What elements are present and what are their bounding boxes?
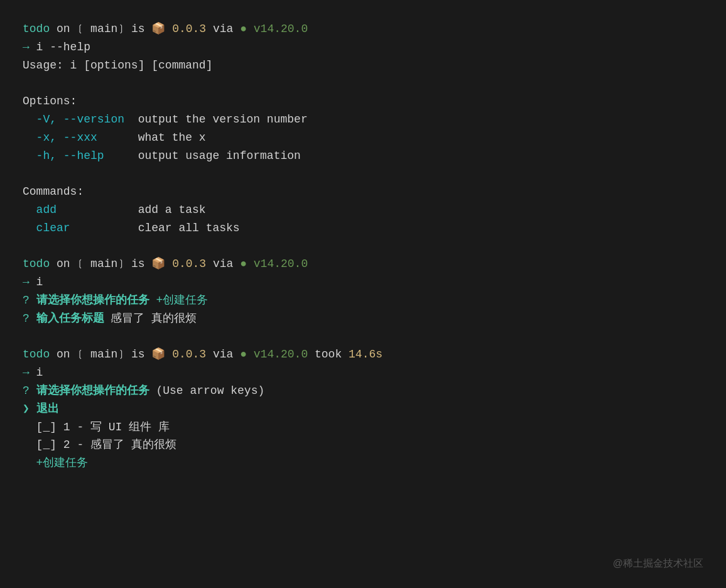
question-3: ? 请选择你想操作的任务 (Use arrow keys)	[23, 382, 703, 400]
question-2: ? 输入任务标题 感冒了 真的很烦	[23, 310, 703, 328]
todo-label-2: todo	[23, 258, 50, 270]
spacer-3	[23, 237, 703, 256]
prompt-line-1: todo on ❲ main❳ is 📦 0.0.3 via ● v14.20.…	[23, 20, 703, 38]
bracket: ❲	[77, 23, 84, 35]
prompt-line-2: todo on ❲ main❳ is 📦 0.0.3 via ● v14.20.…	[23, 255, 703, 273]
spacer-4	[23, 328, 703, 346]
via-text: via	[206, 23, 240, 35]
prompt-line-3: todo on ❲ main❳ is 📦 0.0.3 via ● v14.20.…	[23, 346, 703, 364]
spacer-1	[23, 74, 703, 92]
command-text: i --help	[30, 41, 90, 53]
usage-line: Usage: i [options] [command]	[23, 57, 703, 75]
watermark: @稀土掘金技术社区	[613, 557, 703, 570]
option-version: -V, --version output the version number	[23, 111, 703, 129]
arrow-icon: →	[23, 41, 30, 53]
command-i-1: → i	[23, 273, 703, 291]
package-icon: 📦	[151, 23, 165, 35]
command-clear: clear clear all tasks	[23, 219, 703, 237]
options-header: Options:	[23, 92, 703, 111]
terminal: todo on ❲ main❳ is 📦 0.0.3 via ● v14.20.…	[0, 0, 726, 493]
command-i-2: → i	[23, 364, 703, 382]
task-item-1: [_] 1 - 写 UI 组件 库	[23, 418, 703, 437]
branch-name: main	[84, 23, 117, 35]
is-text: is	[124, 23, 151, 35]
selected-item: ❯ 退出	[23, 400, 703, 418]
todo-label-3: todo	[23, 348, 50, 361]
create-task: +创建任务	[23, 454, 703, 472]
pkg-version: 0.0.3	[165, 23, 206, 35]
command-help: → i --help	[23, 38, 703, 57]
command-add: add add a task	[23, 201, 703, 219]
node-version: v14.20.0	[247, 23, 308, 35]
option-xxx: -x, --xxx what the x	[23, 129, 703, 147]
task-item-2: [_] 2 - 感冒了 真的很烦	[23, 436, 703, 454]
on-text: on	[50, 23, 77, 35]
question-1: ? 请选择你想操作的任务 +创建任务	[23, 291, 703, 310]
option-help: -h, --help output usage information	[23, 147, 703, 165]
spacer-2	[23, 165, 703, 183]
commands-header: Commands:	[23, 183, 703, 201]
todo-label: todo	[23, 23, 50, 35]
node-dot-icon: ●	[240, 23, 247, 35]
bracket2: ❳	[117, 23, 124, 35]
